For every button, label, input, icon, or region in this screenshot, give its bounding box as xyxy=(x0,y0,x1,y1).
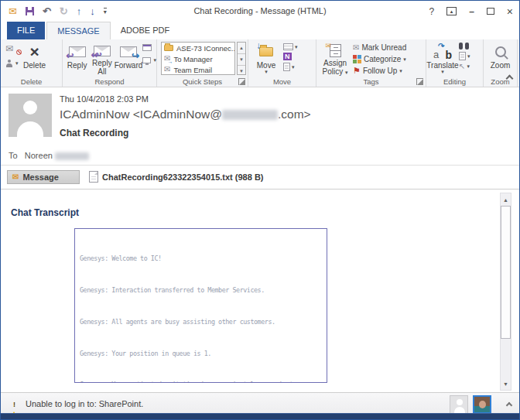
to-manager-icon: ✉ xyxy=(164,55,170,63)
save-icon[interactable] xyxy=(26,7,34,15)
group-label-respond: Respond xyxy=(63,77,156,86)
minimize-button[interactable]: – xyxy=(469,6,474,17)
undo-icon[interactable]: ↶ xyxy=(43,6,51,16)
forward-envelope-icon: ↪ xyxy=(120,46,137,57)
meeting-icon[interactable] xyxy=(142,44,152,51)
folder-move-icon xyxy=(164,45,173,51)
im-icon xyxy=(142,57,151,63)
help-button[interactable]: ? xyxy=(429,6,434,17)
redo-icon: ↻ xyxy=(60,6,68,16)
ignore-icon[interactable]: ✉ xyxy=(5,44,19,53)
transcript-line: Genesys: Welcome to IC! xyxy=(80,254,327,265)
message-view-tab[interactable]: ✉ Message xyxy=(7,170,80,184)
actions-icon xyxy=(283,63,290,71)
related-icon xyxy=(459,52,466,60)
translate-button[interactable]: a ↷ b Translate ▾ xyxy=(428,41,457,76)
tab-adobe-pdf[interactable]: ADOBE PDF xyxy=(111,22,180,39)
zoom-button[interactable]: Zoom xyxy=(485,41,516,76)
select-cursor-icon: ↖ xyxy=(459,63,465,70)
assign-policy-icon: ✉ xyxy=(330,44,341,57)
find-binoculars-icon xyxy=(459,43,469,50)
ribbon: ✉ ▾ × Delete Delete ↩ Reply xyxy=(1,39,519,87)
transcript-line: Genesys: Your position in queue is 1. xyxy=(80,349,327,360)
quick-step-item[interactable]: ✉ Team Email xyxy=(162,64,234,75)
contact-avatar-photo[interactable] xyxy=(473,395,491,414)
ribbon-display-options-button[interactable]: ▴ xyxy=(446,7,457,15)
reply-all-envelope-icon: ↩↩ xyxy=(94,46,111,56)
gallery-scroll-up[interactable]: ▲ xyxy=(238,43,245,54)
contact-avatar-silhouette[interactable] xyxy=(450,395,468,414)
quick-step-item[interactable]: ✉ To Manager xyxy=(162,53,234,64)
follow-up-button[interactable]: ⚑ Follow Up▾ xyxy=(353,66,406,76)
sender-address[interactable]: ICAdminNow <ICAdminNow@.com> xyxy=(60,108,311,121)
onenote-icon: N xyxy=(283,53,292,60)
ribbon-group-respond: ↩ Reply ↩↩ Reply All ↪ Forward ▾ xyxy=(63,39,157,87)
assign-policy-button[interactable]: ✉ Assign Policy ▾ xyxy=(319,41,351,76)
ribbon-group-tags: ✉ Assign Policy ▾ ✉ Mark Unread Categori… xyxy=(316,39,426,87)
scrollbar-thumb[interactable] xyxy=(501,206,511,339)
gallery-more-button[interactable]: ▼ xyxy=(238,66,245,77)
move-button[interactable]: ↓ Move ▾ xyxy=(252,41,280,76)
status-message: Unable to log in to: SharePoint. xyxy=(26,399,143,408)
warning-icon: ! xyxy=(9,398,20,408)
window-title: Chat Recording - Message (HTML) xyxy=(94,1,426,22)
body-scrollbar[interactable]: ▲ ▼ xyxy=(500,193,511,391)
more-respond-actions-button[interactable]: ▾ xyxy=(142,55,156,66)
move-folder-icon: ↓ xyxy=(259,47,273,56)
message-date: Thu 10/4/2018 2:03 PM xyxy=(60,94,149,104)
actions-button[interactable]: ▾ xyxy=(283,63,298,71)
delete-button[interactable]: × Delete xyxy=(19,41,51,76)
group-label-tags: Tags xyxy=(316,77,426,86)
onenote-button[interactable]: N xyxy=(283,53,298,60)
transcript-line: Genesys: Interaction transferred to Memb… xyxy=(80,285,327,296)
rules-icon xyxy=(283,43,293,50)
reply-all-button[interactable]: ↩↩ Reply All xyxy=(90,41,114,76)
quick-steps-scroll: ▲ ▼ ▼ xyxy=(237,42,246,75)
forward-button[interactable]: ↪ Forward xyxy=(115,41,142,76)
tab-message[interactable]: MESSAGE xyxy=(46,22,110,39)
maximize-button[interactable] xyxy=(487,8,494,15)
junk-button[interactable]: ▾ xyxy=(5,58,19,69)
translate-icon: a ↷ b xyxy=(433,45,452,59)
ribbon-group-zoom: Zoom Zoom xyxy=(484,39,518,87)
quick-steps-dialog-launcher[interactable] xyxy=(238,78,245,85)
group-label-delete: Delete xyxy=(1,77,62,86)
gallery-scroll-down[interactable]: ▼ xyxy=(238,54,245,66)
people-pane: ! Unable to log in to: SharePoint. xyxy=(1,392,519,415)
related-button[interactable]: ▾ xyxy=(459,52,470,60)
rules-button[interactable]: ▾ xyxy=(283,43,298,50)
follow-up-flag-icon: ⚑ xyxy=(353,67,361,75)
message-header: Thu 10/4/2018 2:03 PM ICAdminNow <ICAdmi… xyxy=(1,87,519,165)
previous-item-icon[interactable]: ↑ xyxy=(77,6,82,16)
quick-step-item[interactable]: ASE-73 IConnec... xyxy=(162,43,234,53)
message-envelope-icon: ✉ xyxy=(12,173,19,181)
ribbon-group-delete: ✉ ▾ × Delete Delete xyxy=(1,39,63,87)
chat-transcript-heading: Chat Transcript xyxy=(11,207,79,218)
close-button[interactable]: × xyxy=(507,5,513,18)
group-label-move: Move xyxy=(248,77,316,86)
categorize-button[interactable]: Categorize▾ xyxy=(353,54,406,64)
tab-file[interactable]: FILE xyxy=(7,22,45,39)
mark-unread-button[interactable]: ✉ Mark Unread xyxy=(353,43,406,53)
delete-x-icon: × xyxy=(29,44,39,60)
recipient-row[interactable]: To Noreen xyxy=(9,151,89,160)
transcript-line: Genesys: All agents are busy assisting o… xyxy=(80,317,327,328)
junk-person-icon xyxy=(5,60,13,67)
mail-icon[interactable]: ✉ xyxy=(9,6,17,16)
window-controls: ? ▴ – × xyxy=(429,1,513,22)
reply-envelope-icon: ↩ xyxy=(69,46,86,57)
team-email-icon: ✉ xyxy=(164,66,170,73)
attachment-item[interactable]: ChatRecording623322354015.txt (988 B) xyxy=(89,171,263,183)
ribbon-tab-row: FILE MESSAGE ADOBE PDF xyxy=(1,22,519,39)
find-button[interactable] xyxy=(459,43,470,50)
scrollbar-down-arrow[interactable]: ▼ xyxy=(501,377,511,390)
select-button[interactable]: ↖▾ xyxy=(459,63,470,70)
tags-dialog-launcher[interactable] xyxy=(416,78,423,85)
expand-people-pane-icon[interactable] xyxy=(506,402,512,408)
scrollbar-up-arrow[interactable]: ▲ xyxy=(501,193,511,206)
ribbon-group-editing: a ↷ b Translate ▾ ▾ ↖▾ Editing xyxy=(426,39,484,87)
reply-button[interactable]: ↩ Reply xyxy=(65,41,89,76)
chat-transcript-box: Genesys: Welcome to IC! Genesys: Interac… xyxy=(74,228,327,383)
categorize-icon xyxy=(353,55,361,63)
group-label-editing: Editing xyxy=(426,77,483,86)
